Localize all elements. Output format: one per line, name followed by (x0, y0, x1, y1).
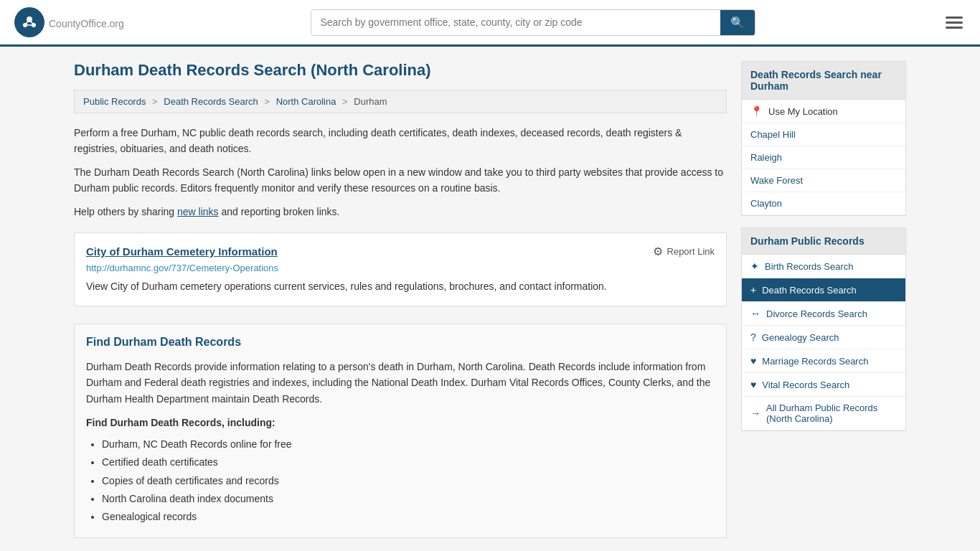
sidebar-nearby-section: Death Records Search near Durham 📍 Use M… (741, 61, 906, 216)
sidebar-record-icon: + (750, 284, 756, 296)
breadcrumb-north-carolina[interactable]: North Carolina (276, 96, 336, 107)
sidebar-public-record-item[interactable]: ♥Vital Records Search (742, 373, 905, 397)
breadcrumb-current: Durham (354, 96, 387, 107)
header: CountyOffice.org 🔍 (0, 0, 980, 47)
help-text: Help others by sharing new links and rep… (74, 204, 727, 220)
find-list-item: Genealogical records (102, 508, 715, 526)
search-button[interactable]: 🔍 (720, 10, 755, 35)
link-card-description: View City of Durham cemetery operations … (86, 279, 715, 294)
sidebar-record-label[interactable]: Genealogy Search (762, 332, 839, 343)
menu-bar-2 (946, 22, 963, 24)
content-area: Durham Death Records Search (North Carol… (74, 61, 727, 551)
menu-bar-3 (946, 27, 963, 29)
sidebar-record-icon: ✦ (750, 260, 759, 272)
sidebar-record-icon: ↔ (750, 308, 760, 319)
find-list-item: Durham, NC Death Records online for free (102, 435, 715, 453)
sidebar-public-records-section: Durham Public Records ✦Birth Records Sea… (741, 227, 906, 431)
sidebar-public-record-item[interactable]: +Death Records Search (742, 278, 905, 302)
sidebar-public-record-item[interactable]: ✦Birth Records Search (742, 255, 905, 278)
sidebar-nearby-item[interactable]: Chapel Hill (742, 123, 905, 146)
nearby-items-container: Chapel HillRaleighWake ForestClayton (742, 123, 905, 215)
breadcrumb-sep-1: > (152, 96, 158, 107)
use-location-label: Use My Location (768, 106, 838, 117)
breadcrumb-sep-3: > (342, 96, 348, 107)
link-card-title[interactable]: City of Durham Cemetery Information (86, 245, 278, 258)
search-input[interactable] (311, 11, 720, 34)
menu-bar-1 (946, 17, 963, 19)
find-section-title: Find Durham Death Records (86, 336, 715, 349)
sidebar-record-icon: ? (750, 331, 756, 343)
breadcrumb-sep-2: > (264, 96, 270, 107)
sidebar-public-record-item[interactable]: ↔Divorce Records Search (742, 302, 905, 326)
find-section-description: Durham Death Records provide information… (86, 359, 715, 407)
report-link-label: Report Link (667, 246, 715, 257)
report-link-button[interactable]: ⚙ Report Link (653, 245, 715, 258)
link-card-url[interactable]: http://durhamnc.gov/737/Cemetery-Operati… (86, 263, 715, 273)
sidebar-nearby-title: Death Records Search near Durham (742, 62, 905, 100)
find-list-item: Copies of death certificates and records (102, 472, 715, 490)
sidebar-record-label[interactable]: Death Records Search (762, 285, 857, 296)
sidebar: Death Records Search near Durham 📍 Use M… (741, 61, 906, 551)
sidebar-record-label[interactable]: Vital Records Search (762, 380, 849, 390)
sidebar-public-record-item[interactable]: ?Genealogy Search (742, 326, 905, 349)
breadcrumb-death-records[interactable]: Death Records Search (164, 96, 258, 107)
main-wrapper: Durham Death Records Search (North Carol… (60, 47, 920, 551)
sidebar-public-record-item[interactable]: →All Durham Public Records (North Caroli… (742, 397, 905, 430)
sidebar-nearby-item[interactable]: Clayton (742, 192, 905, 215)
menu-button[interactable] (943, 14, 966, 32)
location-icon: 📍 (750, 105, 763, 117)
find-section-subtitle: Find Durham Death Records, including: (86, 417, 715, 428)
sidebar-record-icon: ♥ (750, 379, 756, 390)
sidebar-public-record-item[interactable]: ♥Marriage Records Search (742, 349, 905, 373)
link-card-header: City of Durham Cemetery Information ⚙ Re… (86, 245, 715, 258)
sidebar-nearby-item[interactable]: Raleigh (742, 146, 905, 169)
intro-paragraph-1: Perform a free Durham, NC public death r… (74, 125, 727, 157)
find-section: Find Durham Death Records Durham Death R… (74, 324, 727, 538)
search-icon: 🔍 (730, 17, 745, 29)
find-list-item: North Carolina death index documents (102, 490, 715, 508)
sidebar-public-records-title: Durham Public Records (742, 228, 905, 255)
breadcrumb-public-records[interactable]: Public Records (83, 96, 146, 107)
breadcrumb: Public Records > Death Records Search > … (74, 90, 727, 113)
public-records-items: ✦Birth Records Search+Death Records Sear… (742, 255, 905, 430)
link-card: City of Durham Cemetery Information ⚙ Re… (74, 232, 727, 306)
logo-area: CountyOffice.org (14, 7, 124, 37)
intro-paragraph-2: The Durham Death Records Search (North C… (74, 164, 727, 197)
sidebar-record-label[interactable]: Birth Records Search (765, 261, 854, 272)
sidebar-record-icon: → (750, 408, 760, 419)
sidebar-nearby-item[interactable]: Wake Forest (742, 169, 905, 192)
find-list: Durham, NC Death Records online for free… (86, 435, 715, 526)
logo-icon (14, 7, 44, 37)
page-title: Durham Death Records Search (North Carol… (74, 61, 727, 80)
sidebar-record-label[interactable]: Marriage Records Search (762, 356, 868, 367)
report-link-icon: ⚙ (653, 245, 663, 258)
sidebar-record-icon: ♥ (750, 355, 756, 367)
find-list-item: Certified death certificates (102, 453, 715, 471)
new-links-link[interactable]: new links (177, 206, 219, 217)
sidebar-use-location[interactable]: 📍 Use My Location (742, 100, 905, 123)
sidebar-record-label[interactable]: Divorce Records Search (766, 309, 867, 319)
logo-text[interactable]: CountyOffice.org (49, 14, 124, 31)
sidebar-record-label[interactable]: All Durham Public Records (North Carolin… (766, 402, 897, 424)
search-area: 🔍 (311, 9, 755, 36)
